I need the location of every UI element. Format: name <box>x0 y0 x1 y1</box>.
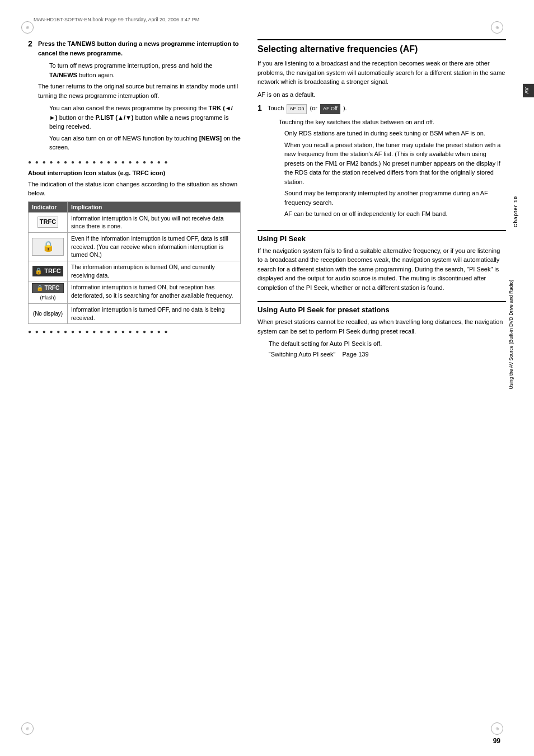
table-header-indicator: Indicator <box>29 201 68 212</box>
step-2-indent1: You can also cancel the news programme b… <box>38 104 241 132</box>
auto-pi-ref: “Switching Auto PI seek” Page 139 <box>257 351 506 358</box>
af-on-button[interactable]: AF On <box>287 104 307 114</box>
section-af: Selecting alternative frequencies (AF) I… <box>257 39 506 221</box>
dotted-divider-bottom: ● ● ● ● ● ● ● ● ● ● ● ● ● ● ● ● ● ● ● ● <box>28 328 241 335</box>
dotted-divider-top: ● ● ● ● ● ● ● ● ● ● ● ● ● ● ● ● ● ● ● ● <box>28 159 241 165</box>
af-note-1: Only RDS stations are tuned in during se… <box>268 129 506 138</box>
step-1-text: Touch AF On (or AF Off ). <box>268 104 506 114</box>
auto-pi-note1: The default setting for Auto PI Seek is … <box>257 339 506 349</box>
right-column: Selecting alternative frequencies (AF) I… <box>257 39 506 358</box>
step-2-heading: Press the TA/NEWS button during a news p… <box>38 39 241 58</box>
step-2-content: Press the TA/NEWS button during a news p… <box>38 39 241 154</box>
left-column: 2 Press the TA/NEWS button during a news… <box>28 39 241 358</box>
step-2-para1: To turn off news programme interruption,… <box>38 61 241 79</box>
chapter-label: Chapter 10 <box>513 196 518 228</box>
section-pi-seek-heading: Using PI Seek <box>257 230 506 243</box>
table-indicator-cell: (No display) <box>29 303 68 323</box>
section-af-default: AF is on as a default. <box>257 90 506 100</box>
af-off-button[interactable]: AF Off <box>320 104 340 114</box>
corner-top-right-icon: ⊕ <box>491 21 503 34</box>
flash-note: (Flash) <box>32 294 64 302</box>
lock-icon: 🔒 <box>32 238 64 255</box>
page: ⊕ ⊕ ⊕ ⊕ AV MAN-HD1BT-SOFTW-EN.book Page … <box>0 0 534 756</box>
table-implication-cell: Information interruption is turned ON, b… <box>68 281 241 304</box>
section-auto-pi-seek-heading: Using Auto PI Seek for preset stations <box>257 301 506 314</box>
table-header-implication: Implication <box>68 201 241 212</box>
page-number: 99 <box>493 737 500 745</box>
status-table: Indicator Implication TRFC <box>28 201 241 325</box>
af-note-3: Sound may be temporarily interrupted by … <box>268 189 506 207</box>
section-pi-seek-text: If the navigation system fails to find a… <box>257 246 506 293</box>
table-row: (No display) Information interruption is… <box>29 303 241 323</box>
section-pi-seek: Using PI Seek If the navigation system f… <box>257 230 506 293</box>
table-implication-cell: Information interruption is ON, but you … <box>68 212 241 232</box>
step-2-number: 2 <box>28 39 36 48</box>
table-indicator-cell: TRFC <box>29 212 68 232</box>
table-indicator-cell: 🔒 TRFC (Flash) <box>29 281 68 304</box>
icon-section: About interruption Icon status (e.g. TRF… <box>28 170 241 325</box>
no-display-label: (No display) <box>33 311 63 317</box>
icon-section-heading: About interruption Icon status (e.g. TRF… <box>28 170 241 176</box>
step-1-content: Touch AF On (or AF Off ). Touching the k… <box>268 104 506 221</box>
step-2-para2: The tuner returns to the original source… <box>38 82 241 100</box>
header-bar: MAN-HD1BT-SOFTW-EN.book Page 99 Thursday… <box>34 17 500 22</box>
table-row: 🔒 TRFC The information interruption is t… <box>29 261 241 281</box>
table-row: TRFC Information interruption is ON, but… <box>29 212 241 232</box>
header-filename: MAN-HD1BT-SOFTW-EN.book Page 99 Thursday… <box>34 17 199 22</box>
af-note-2: When you recall a preset station, the tu… <box>268 140 506 187</box>
trfc-plain-icon: TRFC <box>38 217 58 227</box>
table-indicator-cell: 🔒 <box>29 232 68 261</box>
av-side-tab: AV <box>523 84 534 97</box>
icon-section-desc: The indication of the status icon change… <box>28 180 241 198</box>
af-note-4: AF can be turned on or off independently… <box>268 209 506 219</box>
section-auto-pi-seek: Using Auto PI Seek for preset stations W… <box>257 301 506 358</box>
ref-label: “Switching Auto PI seek” <box>269 351 335 358</box>
chapter-long-label: Using the AV Source (Built-in DVD Drive … <box>508 280 518 389</box>
step-1-number: 1 <box>257 104 265 112</box>
step-1-right: 1 Touch AF On (or AF Off ). Touching the… <box>257 104 506 221</box>
table-implication-cell: Even if the information interruption is … <box>68 232 241 261</box>
corner-top-left-icon: ⊕ <box>21 21 34 34</box>
trfc-lock-dark-icon: 🔒 TRFC <box>32 266 63 276</box>
section-auto-pi-seek-text: When preset stations cannot be recalled,… <box>257 317 506 336</box>
step-2-indent2: You can also turn on or off NEWS functio… <box>38 134 241 152</box>
step-2: 2 Press the TA/NEWS button during a news… <box>28 39 241 154</box>
step-1-sub: Touching the key switches the status bet… <box>268 118 506 127</box>
table-row: 🔒 Even if the information interruption i… <box>29 232 241 261</box>
main-content: 2 Press the TA/NEWS button during a news… <box>28 39 506 734</box>
table-indicator-cell: 🔒 TRFC <box>29 261 68 281</box>
table-implication-cell: The information interruption is turned O… <box>68 261 241 281</box>
trfc-lock-flash-icon: 🔒 TRFC <box>32 283 64 293</box>
section-af-intro: If you are listening to a broadcast and … <box>257 59 506 87</box>
ref-page: Page 139 <box>342 351 368 358</box>
table-row: 🔒 TRFC (Flash) Information interruption … <box>29 281 241 304</box>
section-af-heading: Selecting alternative frequencies (AF) <box>257 39 506 54</box>
two-column-layout: 2 Press the TA/NEWS button during a news… <box>28 39 506 358</box>
table-implication-cell: Information interruption is turned OFF, … <box>68 303 241 323</box>
